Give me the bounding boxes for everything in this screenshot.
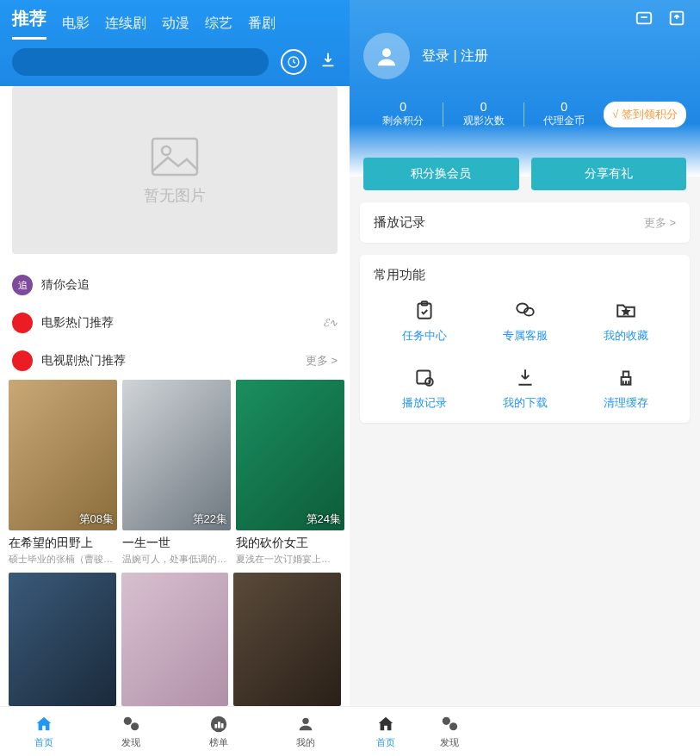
func-customer-service[interactable]: 专属客服 (474, 299, 575, 344)
discover-icon (439, 714, 460, 734)
search-input[interactable] (12, 48, 269, 76)
exchange-vip-button[interactable]: 积分换会员 (363, 158, 519, 190)
svg-point-20 (443, 717, 450, 725)
section-tv-hot: 电视剧热门推荐 更多 > (0, 342, 350, 380)
home-icon (34, 714, 54, 734)
video-card[interactable]: 第08集 在希望的田野上 硕士毕业的张楠（曹骏饰… (9, 380, 117, 566)
func-clear-cache[interactable]: 清理缓存 (575, 366, 676, 411)
video-card[interactable] (233, 573, 341, 706)
share-gift-button[interactable]: 分享有礼 (531, 158, 687, 190)
section-follow: 追 猜你会追 (0, 266, 350, 304)
nav-home[interactable]: 首页 (34, 714, 54, 749)
section-follow-title: 猜你会追 (41, 277, 338, 293)
video-card[interactable]: 第24集 我的砍价女王 夏浅在一次订婚宴上… (236, 380, 344, 566)
video-title: 在希望的田野上 (9, 536, 117, 551)
svg-rect-17 (417, 370, 430, 383)
svg-rect-1 (152, 139, 197, 175)
banner-text: 暂无图片 (144, 185, 206, 206)
svg-point-21 (449, 722, 457, 730)
svg-rect-8 (221, 723, 224, 728)
message-icon[interactable] (635, 9, 654, 28)
function-grid: 任务中心 专属客服 我的收藏 播放记录 我的下载 (374, 299, 676, 411)
func-downloads[interactable]: 我的下载 (474, 366, 575, 411)
history-icon (413, 366, 436, 388)
video-card[interactable]: 第22集 一生一世 温婉可人，处事低调的业… (122, 380, 231, 566)
svg-point-9 (303, 718, 309, 724)
play-history-panel: 播放记录 更多 > (360, 202, 690, 243)
share-icon[interactable] (667, 9, 686, 28)
svg-rect-6 (214, 724, 217, 728)
brush-icon (615, 366, 637, 388)
func-label: 清理缓存 (604, 395, 648, 411)
stat-value: 0 (363, 100, 443, 114)
login-register-link[interactable]: 登录 | 注册 (422, 47, 488, 65)
section-movie-hot: 电影热门推荐 ℰ∿ (0, 304, 350, 342)
tab-movie[interactable]: 电影 (62, 15, 90, 40)
poster-image: 第24集 (236, 380, 344, 530)
nav-label: 首页 (34, 736, 53, 749)
video-subtitle: 硕士毕业的张楠（曹骏饰… (9, 553, 117, 566)
nav-label: 榜单 (209, 736, 228, 749)
tab-variety[interactable]: 综艺 (205, 15, 232, 40)
discover-icon (121, 714, 141, 734)
more-link[interactable]: 更多 > (306, 353, 338, 369)
top-header: 推荐 电影 连续剧 动漫 综艺 番剧 (0, 0, 350, 86)
clipboard-icon (413, 299, 436, 321)
stats-row: 0 剩余积分 0 观影次数 0 代理金币 √ 签到领积分 (363, 100, 686, 128)
stat-points[interactable]: 0 剩余积分 (363, 100, 443, 128)
history-icon[interactable] (281, 49, 307, 75)
nav-discover[interactable]: 发现 (439, 714, 460, 749)
episode-badge: 第22集 (193, 511, 227, 527)
episode-badge: 第08集 (79, 511, 114, 527)
banner-placeholder[interactable]: 暂无图片 (12, 86, 338, 254)
hot-badge-icon (12, 350, 33, 371)
section-tv-title: 电视剧热门推荐 (41, 353, 297, 369)
nav-discover[interactable]: 发现 (121, 714, 141, 749)
svg-rect-7 (218, 722, 220, 728)
download-icon (514, 366, 536, 388)
checkin-button[interactable]: √ 签到领积分 (604, 102, 686, 127)
tab-recommend[interactable]: 推荐 (12, 7, 46, 40)
video-grid-2 (0, 566, 350, 706)
nav-label: 发现 (121, 736, 140, 749)
func-label: 播放记录 (402, 395, 447, 411)
section-movie-title: 电影热门推荐 (41, 315, 314, 331)
svg-point-2 (162, 146, 170, 155)
hot-badge-icon (12, 313, 33, 333)
svg-point-3 (124, 717, 132, 725)
func-label: 我的下载 (503, 395, 548, 411)
person-icon (295, 714, 316, 734)
tab-bangumi[interactable]: 番剧 (248, 15, 276, 40)
video-subtitle: 温婉可人，处事低调的业… (122, 553, 231, 566)
stat-label: 剩余积分 (363, 114, 443, 128)
func-task-center[interactable]: 任务中心 (374, 299, 474, 344)
func-label: 我的收藏 (604, 328, 648, 344)
ranking-icon (208, 714, 229, 734)
nav-home[interactable]: 首页 (375, 714, 396, 749)
nav-mine[interactable]: 我的 (295, 714, 316, 749)
poster-image: 第22集 (122, 380, 231, 530)
header-actions (363, 9, 686, 28)
tab-anime[interactable]: 动漫 (162, 15, 189, 40)
nav-ranking[interactable]: 榜单 (208, 714, 229, 749)
decorative-icon: ℰ∿ (323, 317, 338, 329)
svg-point-12 (382, 48, 391, 57)
more-link[interactable]: 更多 > (644, 215, 676, 231)
poster-image: 第08集 (9, 380, 117, 530)
func-play-history[interactable]: 播放记录 (374, 366, 474, 411)
home-icon (375, 714, 396, 734)
profile-header: 登录 | 注册 0 剩余积分 0 观影次数 0 代理金币 √ 签到领积分 (350, 0, 700, 177)
avatar[interactable] (363, 33, 410, 79)
nav-label: 我的 (296, 736, 315, 749)
nav-label: 发现 (440, 736, 459, 749)
video-title: 一生一世 (122, 536, 231, 551)
func-favorites[interactable]: 我的收藏 (575, 299, 676, 344)
bottom-nav: 首页 发现 (350, 706, 700, 756)
folder-star-icon (615, 299, 637, 321)
video-card[interactable] (121, 573, 229, 706)
stat-views[interactable]: 0 观影次数 (443, 100, 523, 128)
download-icon[interactable] (319, 50, 338, 74)
tab-series[interactable]: 连续剧 (105, 15, 146, 40)
video-card[interactable] (9, 573, 116, 706)
stat-coins[interactable]: 0 代理金币 (524, 100, 604, 128)
